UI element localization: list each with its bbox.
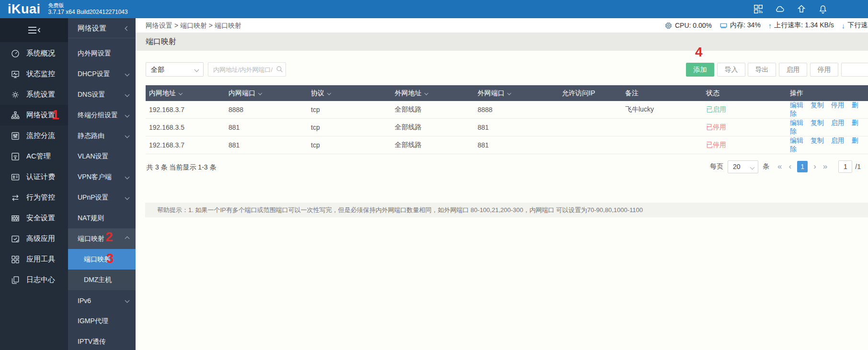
first-page-button[interactable]: « (777, 162, 782, 171)
sort-icon (179, 91, 183, 95)
enable-link[interactable]: 启用 (831, 136, 845, 144)
submenu-item-label: VPN客户端 (78, 173, 112, 181)
disable-button[interactable]: 停用 (810, 63, 838, 77)
submenu-item-upnp[interactable]: UPnP设置 (68, 187, 136, 208)
edit-link[interactable]: 编辑 (790, 101, 803, 109)
cpu-chip-icon (664, 22, 673, 30)
per-page-select[interactable]: 20 (728, 160, 758, 173)
submenu-item-igmp-proxy[interactable]: IGMP代理 (68, 311, 136, 331)
submenu-item-wan-lan[interactable]: 内外网设置 (68, 43, 136, 64)
cell-wan-port: 881 (478, 141, 562, 149)
cell-wan-ip: 全部线路 (395, 141, 478, 149)
filter-dropdown[interactable]: 全部 (146, 62, 204, 77)
sidebar-item-app-tools[interactable]: 应用工具 (0, 249, 68, 270)
next-page-button[interactable]: › (813, 162, 816, 171)
submenu-item-static-route[interactable]: 静态路由 (68, 125, 136, 146)
submenu-item-label: DHCP设置 (78, 70, 110, 79)
edit-link[interactable]: 编辑 (790, 119, 803, 126)
sidebar-collapse-button[interactable] (0, 18, 68, 42)
sidebar-item-label: 认证计费 (26, 172, 55, 181)
sidebar-item-log-center[interactable]: 日志中心 (0, 270, 68, 290)
sidebar-item-status-monitor[interactable]: 状态监控 (0, 64, 68, 84)
submenu-item-iptv[interactable]: IPTV透传 (68, 331, 136, 350)
help-bar: 帮助提示：1. 如果一个IP有多个端口或范围端口可以一次性写完，但是必须保持内外… (145, 203, 868, 217)
primary-sidebar: 系统概况 状态监控 系统设置 网络设置 流控分流 AC管理 认证计费 行为管控 (0, 18, 68, 350)
submenu-item-ipv6[interactable]: IPv6 (68, 290, 136, 311)
add-button[interactable]: 添加 (686, 63, 714, 77)
column-header-wan-port[interactable]: 外网端口 (478, 89, 562, 98)
submenu-item-terminal-group[interactable]: 终端分组设置 (68, 105, 136, 125)
cell-lan-ip: 192.168.3.7 (146, 141, 228, 149)
cell-actions: 编辑 复制 启用 删除 (790, 119, 868, 136)
submenu-item-vlan[interactable]: VLAN设置 (68, 146, 136, 167)
table-header: 内网地址 内网端口 协议 外网地址 外网端口 允许访问IP 备注 状态 操作 (146, 85, 868, 101)
export-button[interactable]: 导出 (748, 63, 776, 77)
sidebar-item-label: AC管理 (26, 152, 51, 161)
cell-lan-ip: 192.168.3.5 (146, 124, 228, 131)
sort-icon (327, 91, 331, 95)
cloud-icon[interactable] (775, 4, 785, 14)
submenu-item-dhcp[interactable]: DHCP设置 (68, 64, 136, 84)
bell-icon[interactable] (818, 4, 828, 14)
import-button[interactable]: 导入 (717, 63, 745, 77)
wifi-icon (11, 152, 20, 161)
sidebar-item-behavior-control[interactable]: 行为管控 (0, 187, 68, 208)
sidebar-item-flow-control[interactable]: 流控分流 (0, 125, 68, 146)
copy-link[interactable]: 复制 (811, 119, 824, 126)
submenu-item-port-mapping-parent[interactable]: 端口映射 (68, 228, 136, 249)
sort-icon (507, 91, 511, 95)
submenu-item-label: IPv6 (78, 297, 91, 305)
column-header-actions: 操作 (790, 89, 868, 98)
sidebar-item-security-settings[interactable]: 安全设置 (0, 208, 68, 228)
submenu-item-label: VLAN设置 (78, 152, 109, 161)
breadcrumb-bar: 网络设置 > 端口映射 > 端口映射 CPU: 0.00% 内存: 34% ↑ … (136, 18, 868, 33)
edit-link[interactable]: 编辑 (790, 136, 803, 144)
sidebar-item-system-settings[interactable]: 系统设置 (0, 84, 68, 105)
last-page-button[interactable]: » (823, 162, 827, 171)
cell-lan-port: 8888 (228, 106, 311, 113)
partial-button[interactable] (841, 63, 868, 77)
chevron-down-icon (125, 113, 130, 118)
enable-button[interactable]: 启用 (779, 63, 807, 77)
submenu-item-port-mapping[interactable]: 端口映射 (68, 249, 136, 270)
cell-protocol: tcp (311, 141, 395, 149)
page-jump-input[interactable] (838, 160, 852, 173)
search-icon[interactable] (275, 65, 284, 73)
edition-block: 免费版 3.7.17 x64 Build202412271043 (48, 2, 128, 16)
apps-grid-icon[interactable] (753, 4, 764, 14)
enable-link[interactable]: 启用 (831, 119, 845, 126)
cell-protocol: tcp (311, 124, 395, 131)
chevron-down-icon (125, 195, 130, 200)
column-header-protocol[interactable]: 协议 (311, 89, 395, 98)
chevron-up-icon (125, 237, 130, 241)
sidebar-item-auth-billing[interactable]: 认证计费 (0, 167, 68, 187)
sidebar-item-label: 应用工具 (26, 255, 55, 264)
system-stats: CPU: 0.00% 内存: 34% ↑ 上行速率: 1.34 KB/s ↓ 下… (664, 18, 868, 33)
column-header-wan-ip[interactable]: 外网地址 (395, 89, 478, 98)
column-header-lan-ip[interactable]: 内网地址 (146, 89, 228, 98)
edition-label: 免费版 (48, 2, 128, 9)
submenu-item-dmz-host[interactable]: DMZ主机 (68, 270, 136, 290)
collapse-left-icon (125, 26, 130, 31)
copy-link[interactable]: 复制 (811, 136, 824, 144)
sidebar-item-ac-management[interactable]: AC管理 (0, 146, 68, 167)
submenu-item-label: NAT规则 (78, 214, 104, 223)
copy-link[interactable]: 复制 (811, 101, 824, 109)
submenu-list: 内外网设置 DHCP设置 DNS设置 终端分组设置 静态路由 VLAN设置 VP… (68, 38, 136, 350)
submenu-item-dns[interactable]: DNS设置 (68, 84, 136, 105)
primary-nav-list: 系统概况 状态监控 系统设置 网络设置 流控分流 AC管理 认证计费 行为管控 (0, 43, 68, 290)
submenu-item-nat-rules[interactable]: NAT规则 (68, 208, 136, 228)
search-input[interactable] (208, 62, 286, 77)
logs-icon (11, 275, 20, 285)
sidebar-item-advanced-apps[interactable]: 高级应用 (0, 228, 68, 249)
submenu-title[interactable]: 网络设置 (68, 18, 136, 38)
submenu-item-vpn-client[interactable]: VPN客户端 (68, 167, 136, 187)
annotation-step-4: 4 (695, 45, 703, 59)
current-page-button[interactable]: 1 (797, 161, 808, 172)
prev-page-button[interactable]: ‹ (788, 162, 791, 171)
sidebar-item-system-overview[interactable]: 系统概况 (0, 43, 68, 64)
header-icons (753, 0, 828, 18)
upload-icon[interactable] (796, 4, 807, 14)
disable-link[interactable]: 停用 (831, 101, 845, 109)
column-header-lan-port[interactable]: 内网端口 (228, 89, 311, 98)
